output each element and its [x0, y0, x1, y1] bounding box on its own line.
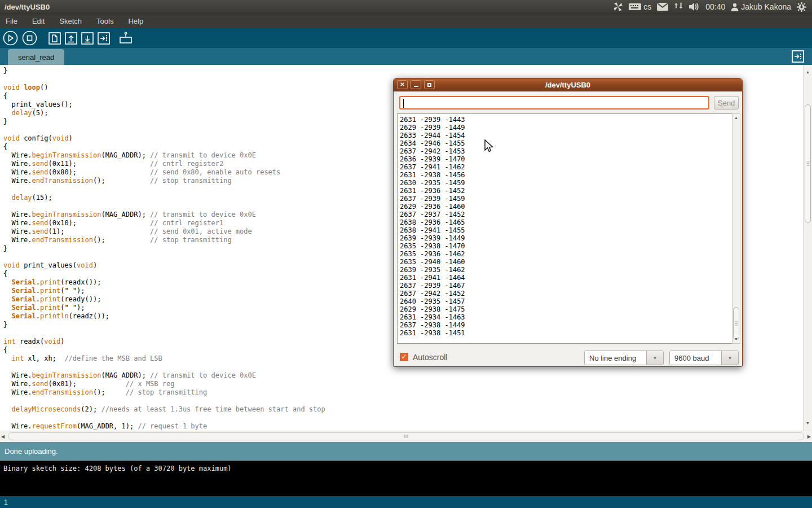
editor-hscroll-thumb[interactable]	[8, 432, 804, 440]
system-tray: cs 00:40 Jakub Kakona	[613, 2, 812, 12]
keyboard-layout-indicator[interactable]: cs	[629, 2, 651, 11]
serial-bottom-bar: ✓ Autoscroll No line ending ▼ 9600 baud …	[394, 349, 742, 367]
desktop-top-panel: /dev/ttyUSB0 cs 00:40 Jakub Kakona	[0, 0, 812, 14]
tab-menu-arrow-icon	[795, 55, 799, 59]
chevron-down-icon[interactable]: ▼	[646, 351, 663, 365]
editor-vscrollbar[interactable]: ▲ ▼	[803, 65, 812, 431]
maximize-icon	[427, 83, 431, 87]
serial-vscroll-thumb[interactable]	[733, 307, 739, 340]
send-button-label: Send	[718, 99, 735, 107]
text-caret	[403, 99, 404, 108]
volume-icon[interactable]	[689, 2, 700, 11]
stop-button[interactable]	[22, 30, 37, 46]
focused-window-title: /dev/ttyUSB0	[0, 3, 50, 11]
stop-icon	[28, 36, 32, 41]
ide-status-bar: Done uploading.	[0, 442, 812, 461]
serial-monitor-icon	[120, 37, 131, 43]
session-gear-icon[interactable]	[797, 2, 806, 12]
maximize-button[interactable]	[424, 80, 435, 89]
menu-file[interactable]: File	[6, 17, 17, 25]
upload-right-arrow-icon	[100, 36, 105, 40]
scroll-up-icon[interactable]: ▲	[804, 69, 812, 75]
status-message: Done uploading.	[5, 447, 58, 456]
new-file-icon	[52, 35, 57, 42]
desktop: /dev/ttyUSB0 cs 00:40 Jakub Kakona	[0, 0, 812, 508]
scroll-right-icon[interactable]: ▶	[807, 434, 811, 439]
network-sync-icon[interactable]	[674, 2, 683, 11]
autoscroll-label: Autoscroll	[413, 353, 447, 362]
send-button[interactable]: Send	[714, 96, 739, 110]
line-number-indicator: 1	[4, 498, 8, 506]
console-line: Binary sketch size: 4208 bytes (of a 307…	[3, 465, 232, 472]
user-icon	[731, 3, 739, 11]
serial-monitor-window: ✕ /dev/ttyUSB0 Send 2631 -2939 -1443 262…	[393, 78, 743, 367]
open-up-arrow-icon	[68, 36, 74, 42]
scroll-left-icon[interactable]: ◀	[1, 434, 5, 439]
editor-tabbar: serial_read	[0, 48, 812, 65]
baud-rate-dropdown[interactable]: 9600 baud ▼	[669, 351, 739, 365]
verify-button[interactable]	[3, 30, 18, 46]
clock[interactable]: 00:40	[705, 2, 725, 11]
tab-label: serial_read	[18, 53, 54, 62]
keyboard-icon	[629, 3, 641, 11]
scroll-down-icon[interactable]: ▼	[732, 336, 740, 342]
minimize-icon	[414, 86, 418, 87]
chevron-down-icon[interactable]: ▼	[721, 351, 738, 365]
ide-console: Binary sketch size: 4208 bytes (of a 307…	[0, 461, 812, 496]
baud-rate-value: 9600 baud	[670, 351, 721, 365]
ide-footer: 1	[0, 496, 812, 508]
pinwheel-indicator-icon[interactable]	[613, 2, 623, 12]
save-sketch-button[interactable]	[81, 32, 94, 45]
upload-button[interactable]	[98, 32, 110, 45]
open-sketch-button[interactable]	[65, 32, 77, 45]
editor-hscrollbar[interactable]: ◀ ▶	[0, 431, 812, 442]
keyboard-layout-label: cs	[643, 2, 651, 11]
tab-serial-read[interactable]: serial_read	[8, 49, 64, 65]
editor-vscroll-thumb[interactable]	[805, 104, 811, 223]
play-icon	[9, 36, 14, 41]
serial-output-pane[interactable]: 2631 -2939 -1443 2629 -2939 -1449 2633 -…	[397, 113, 732, 344]
menu-help[interactable]: Help	[128, 17, 143, 25]
window-buttons: ✕	[397, 80, 435, 89]
line-ending-value: No line ending	[585, 351, 646, 365]
save-down-arrow-icon	[85, 36, 90, 42]
user-menu[interactable]: Jakub Kakona	[731, 2, 791, 11]
line-ending-dropdown[interactable]: No line ending ▼	[584, 351, 664, 365]
mail-icon[interactable]	[657, 3, 668, 11]
serial-window-title: /dev/ttyUSB0	[545, 81, 590, 89]
serial-monitor-button[interactable]	[118, 32, 133, 45]
serial-vscrollbar[interactable]: ▲ ▼	[732, 113, 740, 344]
username-label: Jakub Kakona	[741, 2, 791, 11]
minimize-button[interactable]	[411, 80, 421, 89]
menu-sketch[interactable]: Sketch	[59, 17, 82, 25]
serial-window-titlebar[interactable]: ✕ /dev/ttyUSB0	[394, 78, 742, 91]
tab-menu-button[interactable]	[792, 50, 804, 63]
ide-toolbar	[0, 28, 812, 48]
serial-output-text: 2631 -2939 -1443 2629 -2939 -1449 2633 -…	[398, 114, 732, 337]
ide-menubar: File Edit Sketch Tools Help	[0, 14, 812, 28]
close-button[interactable]: ✕	[397, 80, 408, 89]
scroll-up-icon[interactable]: ▲	[732, 115, 740, 121]
autoscroll-checkbox[interactable]: ✓	[400, 353, 408, 361]
serial-send-input[interactable]	[399, 96, 709, 110]
scroll-down-icon[interactable]: ▼	[804, 421, 812, 426]
new-sketch-button[interactable]	[48, 32, 61, 45]
menu-tools[interactable]: Tools	[96, 17, 113, 25]
menu-edit[interactable]: Edit	[32, 17, 45, 25]
